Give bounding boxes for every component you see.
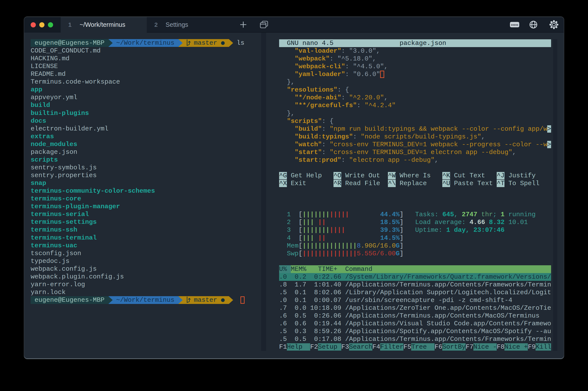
svg-text:IOIOI: IOIOI	[511, 23, 518, 26]
